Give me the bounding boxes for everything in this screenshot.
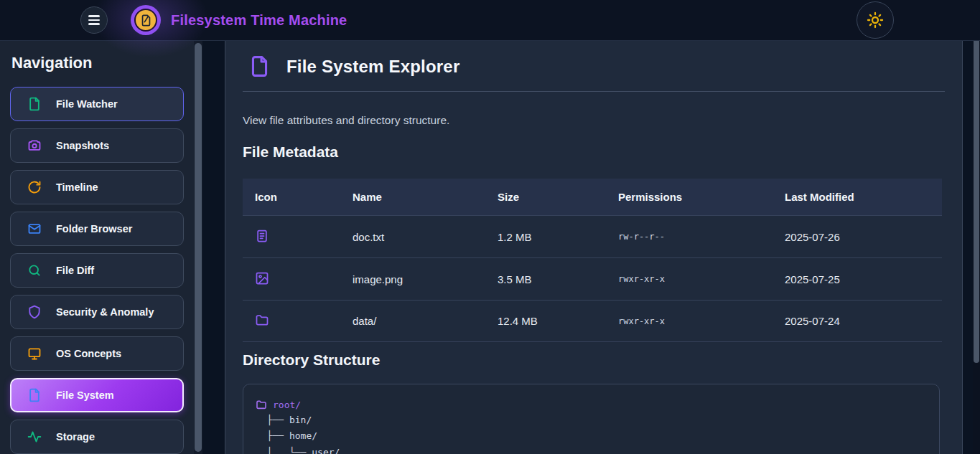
file-size: 1.2 MB [485, 231, 606, 243]
column-header-name: Name [340, 191, 485, 203]
page-description: View file attributes and directory struc… [243, 114, 945, 127]
file-name: doc.txt [340, 231, 485, 243]
file-pen-icon [134, 9, 157, 32]
sidebar-item-label: Folder Browser [56, 223, 132, 235]
file-modified: 2025-07-26 [773, 231, 942, 243]
directory-tree: ├── bin/ ├── home/ │ └── user/ │ ├── Doc… [256, 412, 928, 454]
file-icon [27, 388, 42, 402]
sidebar-heading: Navigation [11, 54, 184, 72]
shield-icon [27, 305, 42, 319]
sidebar-item-file-watcher[interactable]: File Watcher [10, 87, 184, 121]
sidebar-item-label: File Diff [56, 265, 94, 276]
theme-toggle-button[interactable] [857, 1, 894, 39]
table-row: image.png 3.5 MB rwxr-xr-x 2025-07-25 [243, 257, 942, 300]
file-metadata-heading: File Metadata [243, 143, 945, 161]
column-header-size: Size [485, 191, 606, 203]
file-text-icon [255, 229, 269, 243]
file-metadata-table: Icon Name Size Permissions Last Modified… [243, 179, 942, 342]
sidebar-item-label: File Watcher [56, 98, 118, 110]
menu-button[interactable] [80, 6, 108, 34]
activity-icon [27, 430, 42, 444]
file-icon [248, 55, 271, 77]
tree-root-label: root/ [273, 399, 301, 410]
page-title: File System Explorer [286, 57, 459, 77]
sidebar-item-label: OS Concepts [56, 348, 121, 359]
sidebar-scrollbar[interactable] [194, 41, 202, 454]
sidebar-item-label: File System [56, 389, 114, 401]
sidebar-item-timeline[interactable]: Timeline [10, 170, 184, 204]
file-modified: 2025-07-24 [773, 315, 942, 327]
sidebar-scrollbar-thumb[interactable] [195, 43, 202, 452]
sidebar-item-snapshots[interactable]: Snapshots [10, 128, 184, 163]
sun-icon [867, 11, 884, 29]
mail-icon [27, 222, 42, 236]
sidebar-item-label: Timeline [56, 181, 98, 193]
folder-icon [255, 313, 269, 327]
window-scrollbar-thumb[interactable] [974, 32, 979, 363]
app-header: Filesystem Time Machine [0, 0, 980, 41]
camera-icon [27, 138, 42, 153]
hamburger-icon [88, 15, 100, 17]
file-name: image.png [340, 273, 485, 285]
table-header-row: Icon Name Size Permissions Last Modified [243, 179, 942, 215]
column-header-icon: Icon [243, 191, 340, 203]
column-header-permissions: Permissions [606, 191, 773, 203]
sidebar-item-storage[interactable]: Storage [10, 420, 184, 454]
folder-icon [256, 399, 267, 410]
file-icon [27, 97, 42, 111]
sidebar-item-security-anomaly[interactable]: Security & Anomaly [10, 295, 184, 329]
main-content: File System Explorer View file attribute… [225, 41, 963, 454]
sidebar-item-file-system[interactable]: File System [10, 378, 184, 412]
file-size: 12.4 MB [485, 315, 606, 327]
monitor-icon [27, 346, 42, 361]
page-title-row: File System Explorer [243, 41, 945, 81]
file-size: 3.5 MB [485, 273, 606, 285]
app-window: Filesystem Time Machine Navigation File … [0, 0, 980, 454]
image-icon [255, 271, 269, 285]
sidebar-item-label: Snapshots [56, 140, 109, 151]
file-permissions: rwxr-xr-x [606, 274, 773, 284]
search-icon [27, 263, 42, 278]
table-row: data/ 12.4 MB rwxr-xr-x 2025-07-24 [243, 300, 942, 342]
refresh-icon [27, 180, 42, 194]
file-permissions: rw-r--r-- [606, 232, 773, 242]
title-divider [243, 91, 945, 92]
file-modified: 2025-07-25 [773, 273, 942, 285]
tree-root-line: root/ [256, 397, 928, 412]
sidebar-item-label: Storage [56, 431, 95, 443]
window-scrollbar[interactable] [973, 0, 980, 454]
app-title: Filesystem Time Machine [171, 12, 347, 29]
app-logo [131, 5, 161, 35]
directory-structure-heading: Directory Structure [243, 351, 945, 369]
sidebar-navigation: Navigation File Watcher Snapshots [0, 41, 194, 454]
file-permissions: rwxr-xr-x [606, 316, 773, 326]
sidebar-item-os-concepts[interactable]: OS Concepts [10, 336, 184, 371]
file-name: data/ [340, 315, 485, 327]
column-header-modified: Last Modified [773, 191, 942, 203]
table-row: doc.txt 1.2 MB rw-r--r-- 2025-07-26 [243, 215, 942, 257]
sidebar-item-folder-browser[interactable]: Folder Browser [10, 212, 184, 246]
sidebar-item-file-diff[interactable]: File Diff [10, 253, 184, 288]
directory-tree-panel: root/ ├── bin/ ├── home/ │ └── user/ │ ├… [243, 384, 940, 454]
sidebar-item-label: Security & Anomaly [56, 306, 154, 318]
